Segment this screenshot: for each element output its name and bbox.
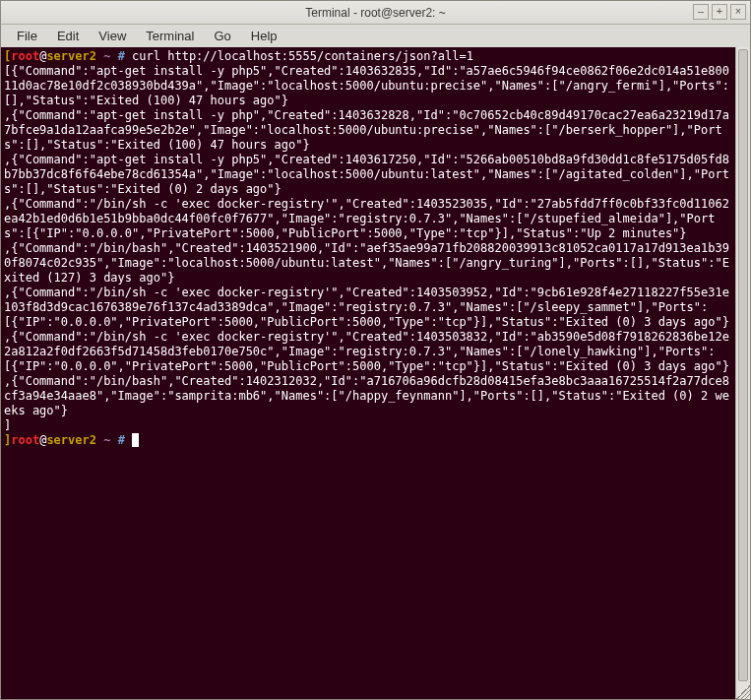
command-output: [{"Command":"apt-get install -y php5","C… bbox=[4, 64, 729, 432]
close-button[interactable]: × bbox=[730, 4, 746, 20]
prompt2-host: server2 bbox=[46, 433, 96, 447]
terminal-window: Terminal - root@server2: ~ – + × File Ed… bbox=[0, 0, 751, 700]
menu-go[interactable]: Go bbox=[204, 27, 240, 45]
prompt2-user: root bbox=[11, 433, 39, 447]
prompt-path: ~ bbox=[96, 49, 118, 63]
cursor bbox=[132, 433, 139, 447]
prompt-user: root bbox=[11, 49, 39, 63]
window-controls: – + × bbox=[693, 4, 746, 20]
prompt-host: server2 bbox=[46, 49, 96, 63]
prompt-hash: # bbox=[118, 49, 125, 63]
scrollbar[interactable] bbox=[735, 47, 750, 699]
scrollbar-thumb[interactable] bbox=[738, 49, 748, 681]
prompt2-hash: # bbox=[118, 433, 125, 447]
menu-help[interactable]: Help bbox=[241, 27, 287, 45]
menu-file[interactable]: File bbox=[7, 27, 47, 45]
prompt2-path: ~ bbox=[96, 433, 118, 447]
terminal-area[interactable]: [root@server2 ~ # curl http://localhost:… bbox=[1, 47, 735, 699]
menu-view[interactable]: View bbox=[89, 27, 136, 45]
menu-terminal[interactable]: Terminal bbox=[136, 27, 204, 45]
menu-edit[interactable]: Edit bbox=[47, 27, 89, 45]
resize-grip[interactable] bbox=[736, 685, 750, 699]
command-line: curl http://localhost:5555/containers/js… bbox=[125, 49, 473, 63]
menubar: File Edit View Terminal Go Help bbox=[1, 25, 750, 47]
maximize-button[interactable]: + bbox=[712, 4, 727, 20]
window-title: Terminal - root@server2: ~ bbox=[1, 6, 750, 20]
titlebar[interactable]: Terminal - root@server2: ~ – + × bbox=[1, 1, 750, 25]
terminal-wrap: [root@server2 ~ # curl http://localhost:… bbox=[1, 47, 750, 699]
minimize-button[interactable]: – bbox=[693, 4, 709, 20]
